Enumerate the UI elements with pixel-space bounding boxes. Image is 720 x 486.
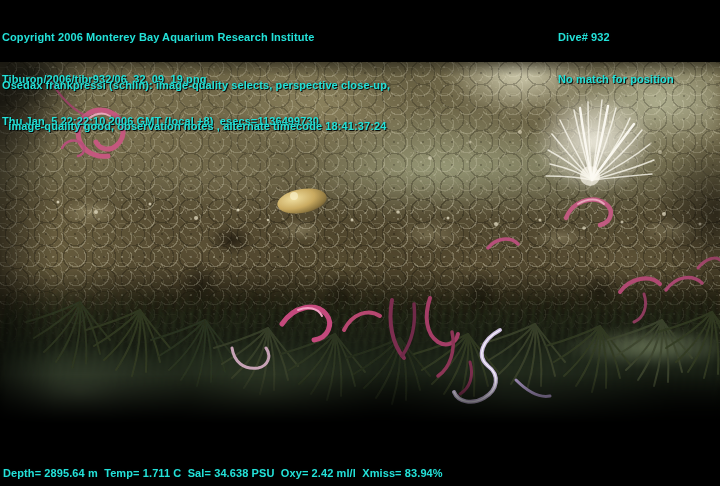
dive-number: Dive# 932 <box>558 30 674 44</box>
telemetry-readout: Depth= 2895.64 m Temp= 1.711 C Sal= 34.6… <box>3 466 443 480</box>
annotation-line-2: image-quality good, observation notes , … <box>2 120 390 134</box>
video-framegrab-screen: Copyright 2006 Monterey Bay Aquarium Res… <box>0 0 720 486</box>
position-status: No match for position <box>558 72 674 86</box>
copyright-line: Copyright 2006 Monterey Bay Aquarium Res… <box>2 30 319 44</box>
overlay-header-right: Dive# 932 No match for position <box>558 2 674 114</box>
annotation-line-1: Osedax frankpressi (schlin): image-quali… <box>2 79 390 93</box>
overlay-annotation: Osedax frankpressi (schlin): image-quali… <box>2 52 390 160</box>
